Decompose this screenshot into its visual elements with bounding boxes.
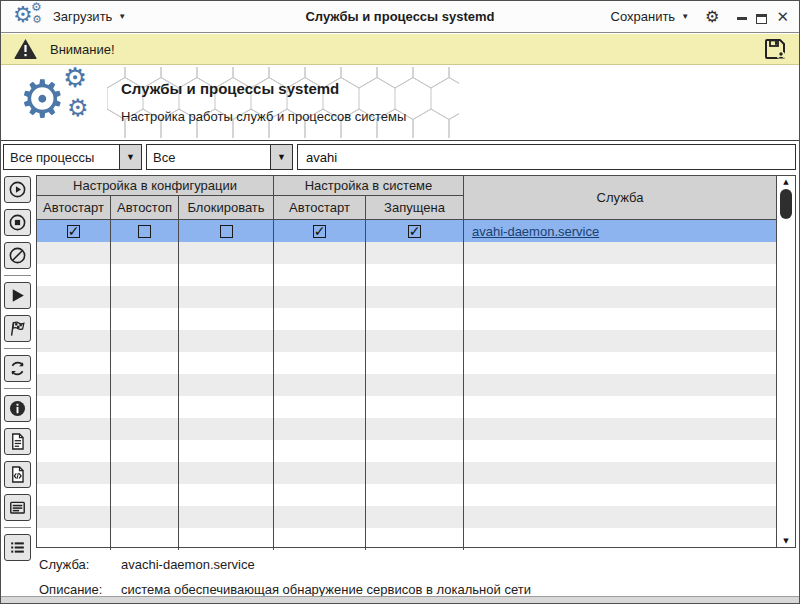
finish-flag-button[interactable] [4,315,31,342]
table-cell-empty [464,242,776,264]
table-cell-empty [37,418,111,440]
stop-service-button[interactable] [4,209,31,236]
table-cell-empty [464,484,776,506]
table-row-empty[interactable] [37,286,776,308]
start-service-button[interactable] [4,176,31,203]
table-row-empty[interactable] [37,396,776,418]
warning-bar: Внимание! [1,34,799,65]
refresh-button[interactable] [4,355,31,382]
window-bottom-edge [1,596,799,603]
table-row-empty[interactable] [37,352,776,374]
checkbox[interactable]: ✓ [313,225,326,238]
column-header-autostop[interactable]: Автостоп [111,196,179,219]
forbid-service-button[interactable] [4,242,31,269]
maximize-button[interactable] [756,9,767,25]
unit-list-button[interactable] [4,534,31,561]
scroll-down-icon[interactable]: ▼ [777,537,795,545]
checkbox[interactable]: ✓ [408,225,421,238]
table-cell-empty [464,528,776,550]
process-filter-dropdown[interactable]: Все процессы ▼ [3,144,142,170]
group-header-system[interactable]: Настройка в системе [274,176,464,196]
save-button[interactable]: Сохранить ▼ [605,5,696,28]
table-header: Настройка в конфигурации Настройка в сис… [37,176,776,220]
cell-autostart-config[interactable]: ✓ [37,220,111,242]
settings-gear-icon[interactable]: ⚙ [705,9,719,25]
cell-block[interactable] [179,220,274,242]
search-input[interactable] [297,144,796,170]
table-cell-empty [37,374,111,396]
minimize-button[interactable] [737,9,747,25]
table-row-empty[interactable] [37,506,776,528]
dropdown-arrow-icon[interactable]: ▼ [119,145,141,169]
table-cell-empty [111,374,179,396]
table-cell-empty [111,506,179,528]
checkered-flag-icon [8,319,27,338]
group-header-config[interactable]: Настройка в конфигурации [37,176,274,196]
table-row-empty[interactable] [37,264,776,286]
journal-view-button[interactable] [4,494,31,521]
checkbox[interactable] [138,225,151,238]
cell-running[interactable]: ✓ [366,220,464,242]
run-button[interactable] [4,282,31,309]
column-header-autostart-config[interactable]: Автостарт [37,196,111,219]
service-link[interactable]: avahi-daemon.service [472,224,599,239]
table-row-empty[interactable] [37,484,776,506]
scroll-up-icon[interactable]: ▲ [777,178,795,186]
table-cell-empty [111,462,179,484]
table-cell-empty [366,396,464,418]
load-button[interactable]: Загрузить ▼ [47,5,132,28]
table-cell-empty [179,396,274,418]
table-row-empty[interactable] [37,418,776,440]
side-toolbar [4,176,31,561]
save-changes-icon[interactable] [763,37,787,61]
checkbox[interactable] [220,225,233,238]
cell-autostart-system[interactable]: ✓ [274,220,366,242]
info-button[interactable] [4,395,31,422]
table-cell-empty [179,418,274,440]
column-header-block[interactable]: Блокировать [179,196,274,219]
close-button[interactable]: ✕ [776,9,789,25]
module-title: Службы и процессы systemd [121,80,339,97]
table-cell-empty [179,242,274,264]
table-row-empty[interactable] [37,330,776,352]
table-cell-empty [366,286,464,308]
table-cell-empty [274,418,366,440]
table-cell-empty [464,352,776,374]
cell-autostop[interactable] [111,220,179,242]
table-cell-empty [464,396,776,418]
table-row-selected[interactable]: ✓ ✓ ✓ avahi-daemon.service [37,220,776,242]
table-row-empty[interactable] [37,528,776,550]
table-cell-empty [274,352,366,374]
table-cell-empty [274,374,366,396]
scrollbar-thumb[interactable] [780,189,792,219]
table-cell-empty [37,396,111,418]
table-cell-empty [366,374,464,396]
maximize-icon [756,14,767,24]
type-filter-dropdown[interactable]: Все ▼ [146,144,293,170]
log-file-button[interactable] [4,428,31,455]
table-cell-empty [37,462,111,484]
table-row-empty[interactable] [37,440,776,462]
document-icon [8,432,27,451]
table-cell-empty [274,440,366,462]
table-cell-empty [366,242,464,264]
column-header-running[interactable]: Запущена [366,196,464,219]
table-row-empty[interactable] [37,462,776,484]
table-row-empty[interactable] [37,374,776,396]
table-cell-empty [37,330,111,352]
table-row-empty[interactable] [37,308,776,330]
column-header-service[interactable]: Служба [464,176,776,219]
dropdown-arrow-icon[interactable]: ▼ [270,145,292,169]
config-file-button[interactable] [4,461,31,488]
table-cell-empty [111,352,179,374]
services-table: Настройка в конфигурации Настройка в сис… [36,175,777,548]
checkbox[interactable]: ✓ [67,225,80,238]
stop-circle-icon [8,213,27,232]
table-row-empty[interactable] [37,242,776,264]
table-cell-empty [111,396,179,418]
bullet-list-icon [8,538,27,557]
column-header-autostart-system[interactable]: Автостарт [274,196,366,219]
module-gears-logo: ⚙ ⚙ ⚙ [19,68,109,136]
vertical-scrollbar[interactable]: ▲ ▼ [776,175,796,548]
table-cell-empty [37,286,111,308]
